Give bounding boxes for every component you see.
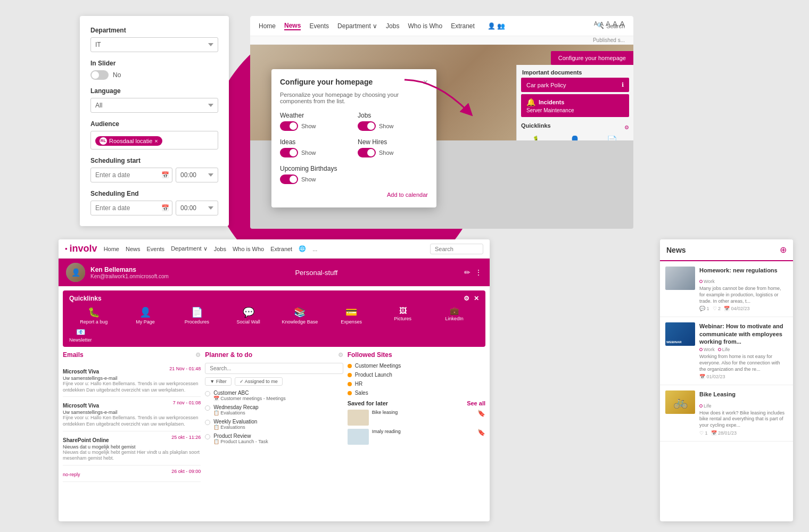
ql-bar-pictures[interactable]: 🖼 Pictures bbox=[378, 306, 428, 325]
planner-radio-3[interactable] bbox=[205, 420, 210, 425]
email-item-4[interactable]: no-reply26 okt - 09:00 bbox=[63, 466, 201, 482]
planner-customer-abc[interactable]: Customer ABC 📅Customer meetings - Meetin… bbox=[205, 390, 343, 401]
planner-filter-btn[interactable]: ▼ Filter bbox=[205, 377, 231, 386]
news-item-1[interactable]: Homework: new regulations Work Many jobs… bbox=[660, 261, 793, 317]
modal-items-grid: Weather Show Jobs Show Ideas Show New Hi… bbox=[280, 112, 428, 184]
ql-bar-socialwall[interactable]: 💬 Social Wall bbox=[224, 306, 273, 325]
ql-bar-linkedin[interactable]: 💼 LinkedIn bbox=[430, 306, 479, 325]
scheduling-end-time[interactable]: 00:00 bbox=[176, 201, 218, 215]
edit-profile-btn[interactable]: ✏ bbox=[464, 268, 470, 277]
audience-box[interactable]: RL Roosdaal locatie × bbox=[90, 131, 218, 149]
involv-body: Quicklinks ⚙ ✕ 🐛 Report a bug 👤 My Page bbox=[59, 286, 490, 521]
saved-later-title: Saved for later See all bbox=[348, 400, 485, 406]
modal-item-ideas: Ideas Show bbox=[280, 138, 350, 157]
ql-bar-knowledge[interactable]: 📚 Knowledge Base bbox=[275, 306, 325, 325]
saved-item-bike[interactable]: Bike leasing 🔖 bbox=[348, 410, 485, 426]
jobs-toggle[interactable] bbox=[358, 121, 376, 131]
ql-procedures[interactable]: 📄Procedures bbox=[595, 135, 629, 140]
bookmark-icon-1[interactable]: 🔖 bbox=[477, 410, 485, 426]
ql-bar-mypage[interactable]: 👤 My Page bbox=[121, 306, 170, 325]
font-xxlarge[interactable]: A bbox=[620, 19, 625, 28]
involv-nav-news[interactable]: News bbox=[126, 246, 141, 252]
font-small[interactable]: A bbox=[594, 21, 598, 27]
ql-bar-procedures[interactable]: 📄 Procedures bbox=[172, 306, 222, 325]
ideas-toggle[interactable] bbox=[280, 148, 298, 157]
in-slider-toggle[interactable] bbox=[90, 70, 109, 80]
news-item-2[interactable]: Webinar: How to motivate and communicate… bbox=[660, 317, 793, 385]
email-item-2[interactable]: Microsoft Viva7 nov - 01:08 Uw samenstel… bbox=[63, 397, 201, 431]
intranet-nav-extranet[interactable]: Extranet bbox=[451, 22, 475, 30]
configure-homepage-btn[interactable]: Configure your homepage bbox=[551, 51, 633, 65]
ql-bar-newsletter[interactable]: 📧 Newsletter bbox=[69, 328, 92, 343]
scheduling-end-date[interactable] bbox=[90, 201, 172, 215]
department-select[interactable]: IT bbox=[90, 37, 218, 52]
ql-report-bug[interactable]: 🐛Report a bug bbox=[521, 135, 555, 140]
ql-my-page[interactable]: 👤My Page bbox=[558, 135, 592, 140]
add-to-calendar-btn[interactable]: Add to calendar bbox=[387, 192, 428, 198]
doc-item-carpark[interactable]: Car park Policy ℹ bbox=[521, 78, 629, 92]
involv-nav-home[interactable]: Home bbox=[104, 246, 119, 252]
font-medium[interactable]: A bbox=[600, 21, 604, 27]
intranet-nav-events[interactable]: Events bbox=[309, 22, 329, 30]
birthdays-toggle[interactable] bbox=[280, 174, 298, 184]
site-item-customer[interactable]: Customer Meetings bbox=[348, 363, 485, 369]
planner-assigned-btn[interactable]: ✓ Assigned to me bbox=[235, 377, 283, 386]
ql-bar-bug[interactable]: 🐛 Report a bug bbox=[69, 306, 119, 325]
planner-wednesday[interactable]: Wednesday Recap 📋Evaluations bbox=[205, 404, 343, 415]
news-item-3[interactable]: 🚲 Bike Leasing Life How does it work? Bi… bbox=[660, 385, 793, 441]
site-item-product[interactable]: Product Launch bbox=[348, 372, 485, 378]
news-tags-2: Work Life bbox=[699, 347, 788, 354]
news-close-btn[interactable]: ⊕ bbox=[780, 245, 787, 255]
news-title-3: Bike Leasing bbox=[699, 390, 788, 398]
user-icon: 👤 bbox=[558, 135, 592, 140]
planner-settings-icon[interactable]: ⚙ bbox=[338, 352, 343, 359]
planner-radio[interactable] bbox=[205, 391, 210, 396]
email-item-3[interactable]: SharePoint Online25 okt - 11:26 Nieuws d… bbox=[63, 431, 201, 466]
audience-label: Audience bbox=[90, 120, 218, 128]
newhires-toggle[interactable] bbox=[358, 148, 376, 157]
modal-close-button[interactable]: × bbox=[423, 78, 428, 87]
bug-bar-icon: 🐛 bbox=[69, 306, 119, 318]
planner-weekly[interactable]: Weekly Evaluation 📋Evaluations bbox=[205, 419, 343, 430]
planner-radio-2[interactable] bbox=[205, 405, 210, 411]
involv-more-menu[interactable]: ... bbox=[312, 246, 317, 252]
bookmark-icon-2[interactable]: 🔖 bbox=[477, 429, 485, 445]
emails-settings-icon[interactable]: ⚙ bbox=[195, 352, 201, 359]
ql-settings-icon[interactable]: ⚙ bbox=[464, 295, 469, 302]
scheduling-start-time[interactable]: 00:00 bbox=[176, 168, 218, 182]
see-all-link[interactable]: See all bbox=[467, 400, 485, 406]
planner-search-input[interactable] bbox=[205, 363, 343, 374]
saved-item-imaly[interactable]: Imaly reading 🔖 bbox=[348, 429, 485, 445]
font-xlarge[interactable]: A bbox=[613, 20, 617, 28]
involv-nav-jobs[interactable]: Jobs bbox=[214, 246, 226, 252]
intranet-nav-news[interactable]: News bbox=[284, 22, 301, 30]
involv-nav-extranet[interactable]: Extranet bbox=[270, 246, 292, 252]
ql-bar-expenses[interactable]: 💳 Expenses bbox=[327, 306, 376, 325]
scheduling-start-date[interactable] bbox=[90, 168, 172, 182]
language-select[interactable]: All bbox=[90, 98, 218, 113]
planner-radio-4[interactable] bbox=[205, 434, 210, 439]
quicklinks-settings-icon[interactable]: ⚙ bbox=[624, 124, 629, 130]
intranet-nav-department[interactable]: Department ∨ bbox=[337, 22, 377, 30]
doc-info-icon: ℹ bbox=[622, 81, 624, 88]
site-item-sales[interactable]: Sales bbox=[348, 390, 485, 396]
intranet-nav-home[interactable]: Home bbox=[259, 22, 276, 30]
font-large[interactable]: A bbox=[606, 20, 610, 28]
planner-product-review[interactable]: Product Review 📋Product Launch - Task bbox=[205, 433, 343, 444]
involv-three-cols: Emails ⚙ Microsoft Viva21 Nov - 01:48 Uw… bbox=[59, 351, 490, 486]
involv-nav-events[interactable]: Events bbox=[146, 246, 164, 252]
intranet-nav-who[interactable]: Who is Who bbox=[408, 22, 442, 30]
ql-close-icon[interactable]: ✕ bbox=[474, 295, 479, 302]
site-item-hr[interactable]: HR bbox=[348, 381, 485, 387]
settings-profile-btn[interactable]: ⋮ bbox=[475, 268, 482, 277]
intranet-nav-jobs[interactable]: Jobs bbox=[386, 22, 399, 30]
involv-search-input[interactable] bbox=[430, 244, 483, 254]
email-item-1[interactable]: Microsoft Viva21 Nov - 01:48 Uw samenste… bbox=[63, 363, 201, 397]
remove-audience-tag[interactable]: × bbox=[154, 138, 158, 144]
weather-toggle[interactable] bbox=[280, 121, 298, 131]
audience-tag[interactable]: RL Roosdaal locatie × bbox=[95, 136, 162, 146]
site-dot-4 bbox=[348, 391, 352, 395]
incident-item[interactable]: 🔔 Incidents Server Maintenance bbox=[521, 94, 629, 117]
involv-nav-who[interactable]: Who is Who bbox=[233, 246, 264, 252]
involv-nav-department[interactable]: Department ∨ bbox=[171, 245, 208, 252]
